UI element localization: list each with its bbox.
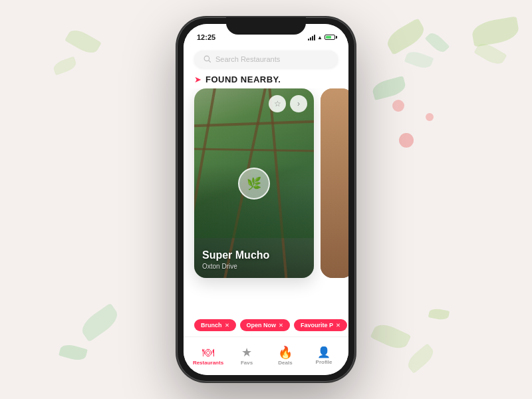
restaurant-name: Super Mucho xyxy=(202,249,306,261)
found-nearby-label: FOUND NEARBY. xyxy=(205,74,281,84)
filter-brunch-label: Brunch xyxy=(201,322,222,329)
nav-item-profile[interactable]: 👤 Profile xyxy=(305,347,343,365)
screen-content: Search Restaurants ➤ FOUND NEARBY. xyxy=(184,45,348,336)
restaurant-card-primary[interactable]: ☆ › 🌿 Super Mucho Oxton Drive xyxy=(194,88,314,278)
nav-item-restaurants[interactable]: 🍽 Restaurants xyxy=(189,346,227,366)
location-arrow-icon: ➤ xyxy=(194,74,201,84)
deals-label: Deals xyxy=(278,360,292,366)
found-nearby-section: ➤ FOUND NEARBY. xyxy=(184,72,348,88)
filter-open-now-label: Open Now xyxy=(247,322,277,329)
nav-item-deals[interactable]: 🔥 Deals xyxy=(266,346,305,366)
filter-favourite-label: Favourite P xyxy=(301,322,333,329)
profile-icon: 👤 xyxy=(317,347,331,358)
restaurant-logo: 🌿 xyxy=(238,168,270,200)
filter-tag-brunch[interactable]: Brunch ✕ xyxy=(194,319,236,331)
phone-shell: 12:25 ▲ xyxy=(177,17,355,382)
bottom-navigation: 🍽 Restaurants ★ Favs 🔥 Deals 👤 Profile xyxy=(184,336,348,375)
filter-open-now-remove[interactable]: ✕ xyxy=(279,323,283,329)
filter-tag-open-now[interactable]: Open Now ✕ xyxy=(240,319,291,331)
phone-notch xyxy=(226,17,306,35)
battery-fill xyxy=(326,36,331,39)
status-icons: ▲ xyxy=(308,35,335,41)
svg-line-1 xyxy=(209,61,211,63)
filter-tag-favourite[interactable]: Favourite P ✕ xyxy=(294,319,347,331)
phone-screen: 12:25 ▲ xyxy=(184,24,348,375)
card-actions: ☆ › xyxy=(269,95,307,112)
navigate-button[interactable]: › xyxy=(290,95,307,112)
restaurants-label: Restaurants xyxy=(193,360,223,366)
favs-label: Favs xyxy=(241,360,253,366)
restaurants-icon: 🍽 xyxy=(202,346,214,358)
restaurant-cards-area: ☆ › 🌿 Super Mucho Oxton Drive xyxy=(184,88,348,313)
profile-label: Profile xyxy=(316,359,332,365)
filter-brunch-remove[interactable]: ✕ xyxy=(225,323,229,329)
battery-icon xyxy=(325,35,335,40)
arrow-right-icon: › xyxy=(297,99,300,108)
filter-favourite-remove[interactable]: ✕ xyxy=(336,323,340,329)
favs-icon: ★ xyxy=(241,346,252,358)
search-bar[interactable]: Search Restaurants xyxy=(194,51,338,68)
nav-item-favs[interactable]: ★ Favs xyxy=(227,346,266,366)
favourite-button[interactable]: ☆ xyxy=(269,95,286,112)
card-info: Super Mucho Oxton Drive xyxy=(194,241,314,278)
search-placeholder: Search Restaurants xyxy=(215,55,329,63)
filter-tags-container: Brunch ✕ Open Now ✕ Favourite P ✕ xyxy=(184,313,348,336)
wifi-icon: ▲ xyxy=(317,35,323,41)
restaurant-address: Oxton Drive xyxy=(202,263,306,270)
signal-bars-icon xyxy=(308,35,315,41)
restaurant-card-partial[interactable] xyxy=(321,88,348,278)
deals-icon: 🔥 xyxy=(278,346,293,358)
search-icon xyxy=(203,55,211,63)
search-container: Search Restaurants xyxy=(184,45,348,72)
status-time: 12:25 xyxy=(197,33,215,41)
star-icon: ☆ xyxy=(274,99,281,108)
